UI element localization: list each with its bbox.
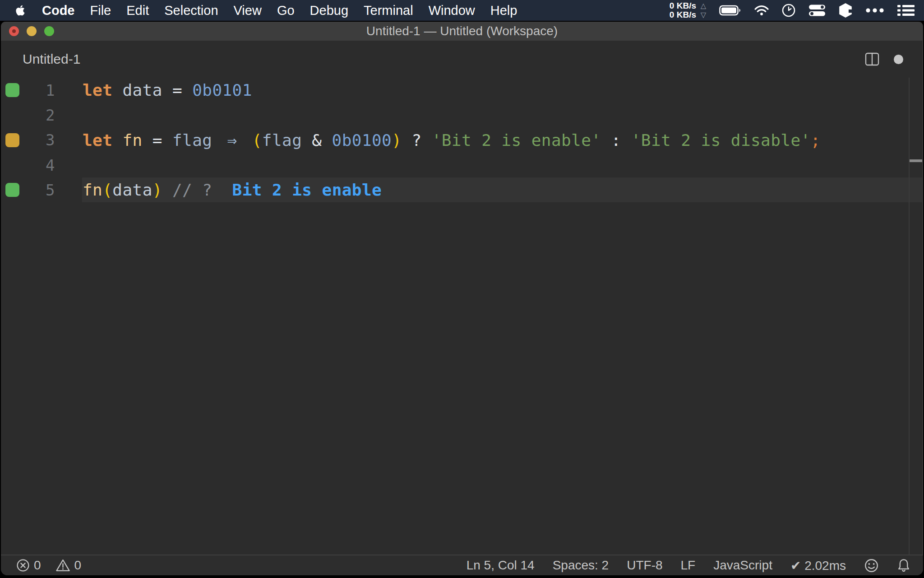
code-token: flag (262, 131, 302, 149)
vscode-window: Untitled-1 — Untitled (Workspace) Untitl… (1, 22, 923, 575)
code-text: let data = 0b0101 (55, 81, 252, 99)
code-token (112, 81, 122, 99)
cube-icon[interactable] (838, 3, 853, 18)
code-token: data (122, 81, 162, 99)
code-token: flag (172, 131, 212, 149)
line-number[interactable]: 5 (26, 181, 55, 199)
quokka-green-marker (5, 183, 19, 197)
battery-icon[interactable] (719, 5, 742, 16)
apple-menu-icon[interactable] (15, 5, 25, 16)
overview-ruler-border (909, 78, 910, 555)
network-up-speed: 0 KB/s (670, 1, 696, 10)
code-token (162, 131, 172, 149)
code-token: let (83, 131, 112, 149)
code-token (212, 181, 232, 199)
menu-item-window[interactable]: Window (421, 0, 483, 21)
code-line-2[interactable]: 2 (1, 103, 923, 127)
macos-menu-bar: CodeFileEditSelectionViewGoDebugTerminal… (0, 0, 924, 21)
code-token: 0b0100 (332, 131, 392, 149)
close-button[interactable] (9, 26, 19, 36)
code-token: = (172, 81, 182, 99)
code-token: fn (83, 181, 102, 199)
code-token: 0b0101 (192, 81, 252, 99)
editor-actions (865, 41, 903, 78)
menu-item-edit[interactable]: Edit (119, 0, 157, 21)
zoom-button[interactable] (44, 26, 54, 36)
feedback-smiley-icon[interactable] (864, 558, 879, 573)
network-speed-widget[interactable]: 0 KB/s △ 0 KB/s ▽ (670, 1, 707, 19)
code-editor[interactable]: 1let data = 0b010123let fn = flag ⇒ (fla… (1, 78, 923, 555)
upload-arrow-icon: △ (699, 1, 707, 10)
code-token: ) (392, 131, 402, 149)
warning-icon (55, 559, 70, 572)
notifications-bell-icon[interactable] (897, 558, 910, 573)
menu-items: CodeFileEditSelectionViewGoDebugTerminal… (34, 0, 525, 21)
tab-untitled-1[interactable]: Untitled-1 (23, 41, 80, 78)
menu-item-go[interactable]: Go (269, 0, 302, 21)
download-arrow-icon: ▽ (699, 10, 707, 19)
window-titlebar[interactable]: Untitled-1 — Untitled (Workspace) (1, 22, 923, 41)
indentation[interactable]: Spaces: 2 (553, 558, 609, 573)
code-token (422, 131, 432, 149)
code-token (112, 131, 122, 149)
code-token: 'Bit 2 is enable' (432, 131, 601, 149)
line-number[interactable]: 2 (26, 106, 55, 124)
minimize-button[interactable] (27, 26, 37, 36)
code-token: 'Bit 2 is disable' (631, 131, 811, 149)
code-line-1[interactable]: 1let data = 0b0101 (1, 78, 923, 103)
menu-item-help[interactable]: Help (483, 0, 525, 21)
error-icon (16, 559, 30, 572)
quokka-run-time[interactable]: ✔ 2.02ms (790, 558, 846, 573)
code-token (162, 81, 172, 99)
warning-count: 0 (74, 558, 82, 573)
code-line-4[interactable]: 4 (1, 153, 923, 177)
window-right-edge (922, 41, 923, 555)
code-line-5[interactable]: 5fn(data) // ? Bit 2 is enable (1, 177, 923, 202)
code-token: ( (102, 181, 112, 199)
encoding[interactable]: UTF-8 (627, 558, 662, 573)
line-number[interactable]: 1 (26, 81, 55, 99)
problems-indicator[interactable]: 0 0 (16, 558, 81, 573)
editor-tab-bar: Untitled-1 (1, 41, 923, 78)
code-token (302, 131, 312, 149)
eol[interactable]: LF (681, 558, 696, 573)
window-title: Untitled-1 — Untitled (Workspace) (366, 24, 558, 38)
clock-icon[interactable] (781, 3, 796, 18)
menu-item-selection[interactable]: Selection (157, 0, 226, 21)
unsaved-dot-icon[interactable] (894, 55, 903, 64)
code-token (212, 131, 222, 149)
menu-item-debug[interactable]: Debug (302, 0, 356, 21)
code-token: let (83, 81, 112, 99)
traffic-lights (9, 22, 54, 41)
code-token (162, 181, 172, 199)
code-token: ⇒ (222, 131, 242, 149)
menu-item-view[interactable]: View (226, 0, 269, 21)
list-icon[interactable] (897, 4, 915, 17)
code-token: Bit 2 is enable (232, 181, 382, 199)
code-text: let fn = flag ⇒ (flag & 0b0100) ? 'Bit 2… (55, 131, 821, 149)
menu-item-code[interactable]: Code (34, 0, 83, 21)
overview-ruler-marker (910, 159, 923, 162)
code-token: ; (811, 131, 821, 149)
code-token (322, 131, 332, 149)
split-editor-icon[interactable] (865, 52, 879, 66)
menu-item-terminal[interactable]: Terminal (356, 0, 421, 21)
code-token (242, 131, 252, 149)
status-bar: 0 0 Ln 5, Col 14Spaces: 2UTF-8LFJavaScri… (1, 555, 923, 575)
code-token: : (611, 131, 621, 149)
wifi-icon[interactable] (754, 5, 769, 16)
error-count: 0 (34, 558, 41, 573)
code-token (621, 131, 631, 149)
menu-item-file[interactable]: File (83, 0, 119, 21)
code-token: ? (411, 131, 421, 149)
code-token: fn (122, 131, 142, 149)
ellipsis-icon[interactable] (865, 8, 885, 13)
control-center-icon[interactable] (808, 4, 826, 17)
code-line-3[interactable]: 3let fn = flag ⇒ (flag & 0b0100) ? 'Bit … (1, 128, 923, 153)
code-token: data (112, 181, 152, 199)
language-mode[interactable]: JavaScript (713, 558, 772, 573)
line-number[interactable]: 3 (26, 131, 55, 149)
line-number[interactable]: 4 (26, 156, 55, 174)
code-token (402, 131, 411, 149)
cursor-position[interactable]: Ln 5, Col 14 (467, 558, 535, 573)
